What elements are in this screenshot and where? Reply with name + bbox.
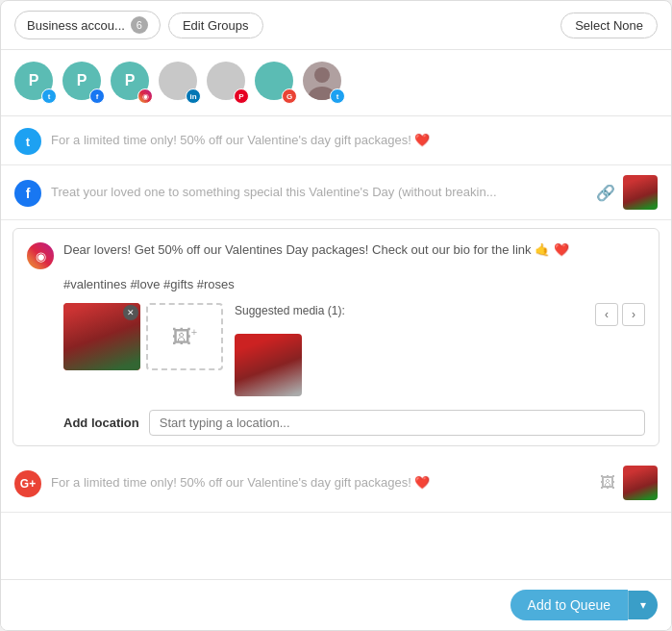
uploaded-image-1: ✕ — [63, 303, 140, 370]
google-image-preview — [623, 466, 658, 500]
location-row: Add location — [63, 410, 645, 436]
suggested-nav-arrows: ‹ › — [595, 303, 645, 326]
suggested-media-section: Suggested media (1): ‹ › — [235, 303, 645, 396]
avatar-google[interactable]: G — [255, 62, 297, 104]
suggested-label: Suggested media (1): — [235, 304, 345, 317]
main-container: Business accou... 6 Edit Groups Select N… — [0, 0, 672, 631]
toolbar: Business accou... 6 Edit Groups Select N… — [1, 1, 671, 50]
instagram-media-area: ✕ 🖼 + Suggested media (1): ‹ — [63, 303, 645, 396]
facebook-post-actions: 🔗 — [596, 175, 658, 210]
avatar-instagram[interactable]: P ◉ — [111, 62, 153, 104]
add-image-icon: 🖼 — [172, 326, 191, 348]
svg-point-0 — [314, 67, 330, 83]
facebook-post-text: Treat your loved one to something specia… — [51, 184, 497, 201]
photo-twitter-badge: t — [330, 88, 345, 104]
facebook-badge: f — [89, 88, 105, 104]
instagram-text: Dear lovers! Get 50% off our Valentines … — [63, 242, 569, 257]
pinterest-badge: P — [234, 88, 249, 104]
next-suggested-button[interactable]: › — [622, 303, 645, 326]
avatar-facebook[interactable]: P f — [62, 62, 105, 104]
footer: Add to Queue ▾ — [1, 579, 671, 630]
link-icon[interactable]: 🔗 — [596, 184, 615, 202]
instagram-card: ◉ Dear lovers! Get 50% off our Valentine… — [12, 228, 660, 446]
instagram-post-icon: ◉ — [27, 242, 54, 269]
instagram-hashtags: #valentines #love #gifts #roses — [63, 277, 645, 291]
suggested-image-1[interactable] — [235, 334, 302, 396]
linkedin-badge: in — [186, 88, 201, 104]
select-none-button[interactable]: Select None — [560, 13, 658, 38]
avatar-pinterest[interactable]: P — [207, 62, 249, 104]
uploaded-images-section: ✕ 🖼 + — [63, 303, 223, 396]
avatar-photo[interactable]: t — [303, 62, 345, 104]
instagram-card-header: ◉ Dear lovers! Get 50% off our Valentine… — [13, 229, 659, 277]
remove-image-button[interactable]: ✕ — [123, 305, 138, 320]
twitter-post-text: For a limited time only! 50% off our Val… — [51, 132, 430, 149]
instagram-main-text: Dear lovers! Get 50% off our Valentines … — [63, 240, 569, 259]
google-post-icon: G+ — [14, 470, 41, 497]
avatar-twitter[interactable]: P t — [14, 62, 57, 104]
facebook-post-row: f Treat your loved one to something spec… — [1, 165, 671, 220]
google-post-actions: 🖼 — [600, 466, 658, 500]
prev-suggested-button[interactable]: ‹ — [595, 303, 618, 326]
facebook-image-preview — [623, 175, 658, 210]
avatar-row: P t P f P ◉ in P G — [1, 50, 671, 116]
add-to-queue-dropdown[interactable]: ▾ — [628, 591, 658, 619]
google-post-text: For a limited time only! 50% off our Val… — [51, 474, 430, 492]
location-input[interactable] — [149, 410, 645, 436]
business-account-button[interactable]: Business accou... 6 — [14, 11, 161, 39]
twitter-post-row: t For a limited time only! 50% off our V… — [1, 116, 671, 165]
posts-section: t For a limited time only! 50% off our V… — [1, 116, 671, 579]
add-to-queue-button[interactable]: Add to Queue ▾ — [510, 590, 658, 620]
avatar-linkedin[interactable]: in — [159, 62, 201, 104]
edit-groups-button[interactable]: Edit Groups — [168, 13, 263, 38]
chevron-down-icon: ▾ — [640, 598, 646, 612]
instagram-card-body: #valentines #love #gifts #roses ✕ 🖼 + — [13, 277, 659, 445]
instagram-badge: ◉ — [137, 88, 153, 104]
google-image-icon[interactable]: 🖼 — [600, 474, 615, 492]
twitter-post-icon: t — [14, 128, 41, 155]
business-account-label: Business accou... — [27, 18, 125, 33]
google-badge: G — [282, 88, 297, 104]
account-count-badge: 6 — [131, 16, 148, 34]
facebook-post-icon: f — [14, 180, 41, 207]
location-label: Add location — [63, 416, 139, 430]
add-image-button[interactable]: 🖼 + — [146, 303, 223, 370]
google-post-row: G+ For a limited time only! 50% off our … — [1, 454, 671, 513]
add-to-queue-main[interactable]: Add to Queue — [510, 590, 628, 620]
twitter-badge: t — [41, 88, 57, 104]
